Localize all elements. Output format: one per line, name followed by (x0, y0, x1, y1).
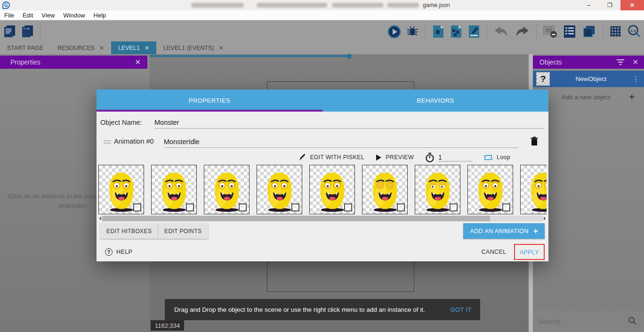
animation-frame[interactable] (362, 165, 408, 214)
object-list-item-newobject[interactable]: ? NewObject ⋮ (533, 71, 644, 87)
animation-name-field[interactable] (164, 136, 518, 148)
redacted-text (257, 3, 327, 8)
object-name-field[interactable] (154, 116, 545, 129)
export-icon[interactable] (432, 24, 445, 39)
edit-with-piskel-button[interactable]: EDIT WITH PISKEL (298, 154, 365, 162)
tab-close-icon[interactable]: ✕ (219, 45, 224, 51)
drag-handle-icon[interactable] (104, 140, 111, 145)
start-page-icon[interactable] (21, 24, 35, 38)
layers-icon[interactable] (581, 24, 596, 39)
frame-checkbox[interactable] (133, 203, 141, 211)
frame-checkbox[interactable] (450, 203, 458, 211)
scroll-right-icon[interactable] (544, 217, 547, 220)
close-button[interactable]: ✕ (620, 0, 644, 10)
object-menu-icon[interactable]: ⋮ (632, 75, 639, 83)
time-value-field[interactable] (438, 154, 472, 162)
add-object-row[interactable]: Add a new object + (533, 89, 644, 105)
plus-icon[interactable]: + (629, 92, 635, 103)
animation-frame[interactable] (204, 165, 250, 214)
edit-points-button[interactable]: EDIT POINTS (158, 223, 208, 239)
animation-frame[interactable] (151, 165, 197, 214)
scrollbar-thumb[interactable] (102, 216, 490, 221)
pencil-icon (298, 154, 306, 162)
play-icon[interactable] (387, 25, 401, 39)
document-tabs: START PAGE RESOURCES ✕ LEVEL1 ✕ LEVEL1 (… (0, 41, 644, 54)
menu-window[interactable]: Window (59, 12, 89, 19)
object-name-row: Object Name: (97, 115, 548, 131)
instances-list-icon[interactable] (543, 24, 558, 39)
frame-checkbox[interactable] (291, 203, 299, 211)
time-between-frames (425, 153, 472, 162)
dialog-actions-row: EDIT HITBOXES EDIT POINTS ADD AN ANIMATI… (97, 223, 548, 240)
frame-checkbox[interactable] (186, 203, 194, 211)
help-icon: ? (105, 248, 113, 256)
loop-toggle[interactable]: Loop (483, 154, 510, 162)
frame-checkbox[interactable] (239, 203, 247, 211)
frame-checkbox[interactable] (344, 203, 352, 211)
edit-scene-icon[interactable] (467, 24, 481, 39)
tab-close-icon[interactable]: ✕ (145, 45, 149, 51)
menu-bar: File Edit View Window Help (0, 10, 644, 20)
properties-panel-header: Properties ✕ (0, 56, 147, 69)
got-it-button[interactable]: GOT IT (451, 306, 472, 313)
redo-icon[interactable] (514, 25, 530, 38)
publish-icon[interactable] (450, 24, 463, 39)
help-button[interactable]: ? HELP (105, 248, 132, 256)
zoom-1to1-icon[interactable]: 1:1 (627, 24, 641, 39)
frame-checkbox[interactable] (397, 203, 405, 211)
zoom-slider-track (150, 55, 347, 57)
object-search-row (533, 311, 644, 332)
window-title: game.json (423, 2, 450, 8)
menu-file[interactable]: File (0, 12, 18, 19)
tab-behaviors[interactable]: BEHAVIORS (322, 89, 548, 112)
apply-button[interactable]: APPLY (520, 249, 539, 256)
tab-level1[interactable]: LEVEL1 ✕ (111, 41, 156, 54)
animation-frame[interactable] (467, 165, 513, 214)
tab-start-page[interactable]: START PAGE (0, 41, 50, 54)
objects-list-icon[interactable] (563, 24, 577, 39)
tab-resources[interactable]: RESOURCES ✕ (50, 41, 111, 54)
grid-icon[interactable] (609, 25, 622, 38)
search-icon[interactable] (628, 316, 636, 327)
redacted-text (332, 3, 384, 8)
menu-edit[interactable]: Edit (18, 12, 37, 19)
properties-panel-title: Properties (10, 58, 40, 66)
minimize-button[interactable]: – (578, 0, 599, 10)
cancel-button[interactable]: CANCEL (476, 245, 512, 259)
loop-icon (483, 154, 493, 162)
search-input[interactable] (539, 318, 628, 325)
animation-frame[interactable] (98, 165, 144, 214)
frames-scrollbar[interactable] (97, 215, 547, 221)
animation-label: Animation #0 (114, 138, 154, 145)
close-icon[interactable]: ✕ (632, 58, 638, 66)
hint-toast: Drag and Drop the object to the scene or… (165, 299, 480, 320)
timer-icon (425, 153, 435, 162)
edit-hitboxes-button[interactable]: EDIT HITBOXES (100, 223, 158, 239)
scroll-left-icon[interactable] (97, 217, 101, 220)
preview-button[interactable]: PREVIEW (376, 154, 414, 161)
project-manager-icon[interactable] (3, 24, 17, 38)
animation-frame[interactable] (309, 165, 355, 214)
filter-icon[interactable] (616, 58, 625, 66)
restore-button[interactable]: ❐ (599, 0, 620, 10)
tab-properties[interactable]: PROPERTIES (97, 89, 322, 112)
animation-controls: EDIT WITH PISKEL PREVIEW Loop (97, 151, 537, 164)
delete-animation-icon[interactable] (531, 137, 538, 148)
animation-frame[interactable] (415, 165, 460, 214)
debug-icon[interactable] (406, 25, 419, 38)
zoom-slider[interactable] (346, 54, 352, 59)
tab-close-icon[interactable]: ✕ (99, 45, 104, 51)
animation-frame[interactable] (257, 165, 302, 214)
undo-icon[interactable] (493, 25, 509, 38)
frame-checkbox[interactable] (502, 203, 510, 211)
menu-view[interactable]: View (37, 12, 59, 19)
menu-help[interactable]: Help (89, 12, 111, 19)
tab-level1-events[interactable]: LEVEL1 (EVENTS) ✕ (156, 41, 231, 54)
objects-panel: Objects ✕ ? NewObject ⋮ Add a new object… (533, 54, 644, 332)
object-name-label: Object Name: (100, 119, 142, 126)
animation-frame[interactable] (520, 165, 547, 214)
close-icon[interactable]: ✕ (135, 58, 141, 66)
add-animation-button[interactable]: ADD AN ANIMATION + (463, 223, 545, 239)
dialog-tabs: PROPERTIES BEHAVIORS (97, 89, 548, 112)
object-thumbnail: ? (536, 72, 550, 86)
